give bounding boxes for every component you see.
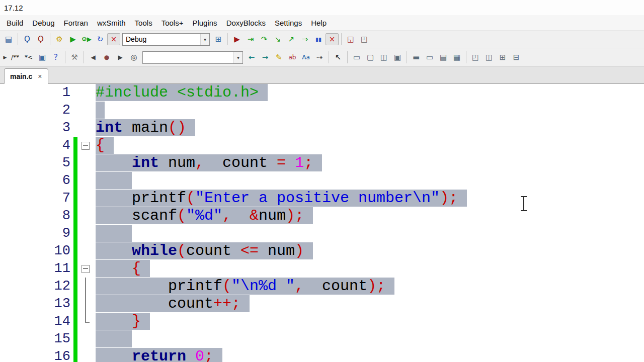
line-number: 16 [0,348,70,362]
nav-forward-icon[interactable]: → [259,51,272,63]
pointer-tool-icon[interactable]: ↖ [332,51,345,63]
fold-collapse-icon[interactable] [82,142,90,150]
code-line-2[interactable]: 2 [0,102,644,119]
bookmark-next-icon[interactable]: ▶ [114,51,127,63]
build-target-combo[interactable]: Debug▾ [122,33,210,46]
abort-icon[interactable]: × [107,33,120,45]
incremental-search-combo[interactable]: ▾ [142,51,243,64]
change-marker [73,260,77,278]
code-line-12[interactable]: 12 printf("\n%d ", count); [0,278,644,295]
step-into-icon[interactable]: ↘ [271,33,284,45]
menu-debug[interactable]: Debug [28,15,59,30]
code-line-10[interactable]: 10 while(count <= num) [0,242,644,260]
clear-highlight-icon[interactable]: ◎ [127,51,140,63]
code-text: #include <stdio.h> [91,84,268,102]
code-line-9[interactable]: 9 [0,225,644,242]
jump-marker-icon[interactable]: ⇢ [313,51,326,63]
fold-margin[interactable] [80,137,91,154]
find-in-files-icon[interactable]: Ϙ [34,33,47,45]
doxy-block-comment-icon[interactable]: /** [9,51,22,63]
widget-gauge-icon[interactable]: ⊟ [510,51,523,63]
menu-tools[interactable]: Tools [130,15,157,30]
tab-main-c[interactable]: main.c × [4,68,48,84]
fold-collapse-icon[interactable] [82,265,90,273]
fold-line [85,278,86,295]
fold-margin [80,348,91,362]
build-and-run-icon[interactable]: ⚙▶ [80,33,93,45]
change-marker [73,278,77,295]
doxy-help-icon[interactable]: ? [49,51,62,63]
widget-panel-icon[interactable]: ▢ [364,51,377,63]
menu-plugins[interactable]: Plugins [188,15,221,30]
highlighter-icon[interactable]: ✎ [272,51,285,63]
widget-toolbar-icon[interactable]: ⊞ [496,51,509,63]
toolbar-separator [347,51,348,63]
rebuild-icon[interactable]: ↻ [94,33,107,45]
widget-grid-icon[interactable]: ▦ [450,51,463,63]
next-line-icon[interactable]: ↷ [258,33,271,45]
info-windows-icon[interactable]: ◰ [358,33,371,45]
menu-help[interactable]: Help [306,15,331,30]
menu-wxsmith[interactable]: wxSmith [93,15,130,30]
build-icon[interactable]: ⚙ [53,33,66,45]
menu-settings[interactable]: Settings [270,15,306,30]
nav-back-icon[interactable]: ← [245,51,258,63]
code-line-13[interactable]: 13 count++; [0,295,644,313]
clipboard-icon[interactable]: ▤ [2,33,15,45]
find-icon[interactable]: Ϙ [21,33,34,45]
menu-fortran[interactable]: Fortran [59,15,93,30]
code-line-3[interactable]: 3int main() [0,119,644,137]
code-text: scanf("%d", &num); [91,207,313,225]
code-line-15[interactable]: 15 [0,330,644,348]
code-line-7[interactable]: 7 printf("Enter a positive number\n"); [0,190,644,207]
code-line-6[interactable]: 6 [0,172,644,190]
menu-doxyblocks[interactable]: DoxyBlocks [222,15,270,30]
dropdown-arrow-icon[interactable]: ▾ [233,52,243,63]
widget-dialog-icon[interactable]: ◫ [377,51,390,63]
widget-frame-icon[interactable]: ▭ [350,51,363,63]
debug-continue-icon[interactable]: ▶ [230,33,244,45]
bookmark-toggle-icon[interactable]: ● [100,51,113,63]
tab-close-icon[interactable]: × [38,72,42,80]
code-line-1[interactable]: 1#include <stdio.h> [0,84,644,102]
toolbar-separator [227,33,228,45]
debugging-windows-icon[interactable]: ◱ [344,33,357,45]
fold-margin[interactable] [80,260,91,278]
compiler-settings-icon[interactable]: ⊞ [212,33,225,45]
doxy-run-icon[interactable]: ▣ [36,51,49,63]
widget-text-icon[interactable]: ▣ [391,51,404,63]
run-to-cursor-icon[interactable]: ⇥ [244,33,257,45]
toolbar-overflow-icon[interactable]: ▶ [2,51,8,63]
code-line-5[interactable]: 5 int num, count = 1; [0,154,644,172]
code-line-14[interactable]: 14 } [0,313,644,330]
code-text: return 0; [91,348,222,362]
widget-button-icon[interactable]: ▬ [410,51,423,63]
step-out-icon[interactable]: ↗ [285,33,298,45]
dropdown-arrow-icon[interactable]: ▾ [200,34,209,45]
code-line-8[interactable]: 8 scanf("%d", &num); [0,207,644,225]
wrench-icon[interactable]: ⚒ [68,51,81,63]
code-line-16[interactable]: 16 return 0; [0,348,644,362]
run-icon[interactable]: ▶ [66,33,79,45]
toolbar-separator [18,33,18,45]
doxy-line-comment-icon[interactable]: *< [22,51,35,63]
spellcheck-icon[interactable]: ab [286,51,299,63]
toolbar-separator [329,51,329,63]
editor[interactable]: 1#include <stdio.h> 2 3int main() 4{ 5 i… [0,84,644,362]
pause-icon[interactable]: ▮▮ [312,33,325,45]
toolbar-separator [50,33,50,45]
stop-debugger-icon[interactable]: × [326,33,339,45]
code-line-11[interactable]: 11 { [0,260,644,278]
menu-bar: BuildDebugFortranwxSmithToolsTools+Plugi… [0,15,644,31]
widget-splitter-icon[interactable]: ◫ [482,51,496,63]
widget-statictext-icon[interactable]: ▭ [423,51,436,63]
widget-notebook-icon[interactable]: ◰ [469,51,482,63]
code-line-4[interactable]: 4{ [0,137,644,154]
menu-build[interactable]: Build [2,15,28,30]
widget-listbox-icon[interactable]: ▤ [437,51,450,63]
line-number: 1 [0,84,70,102]
next-instruction-icon[interactable]: ⇒ [298,33,311,45]
bookmark-prev-icon[interactable]: ◀ [87,51,100,63]
match-case-icon[interactable]: Aa [299,51,312,63]
menu-tools[interactable]: Tools+ [157,15,188,30]
